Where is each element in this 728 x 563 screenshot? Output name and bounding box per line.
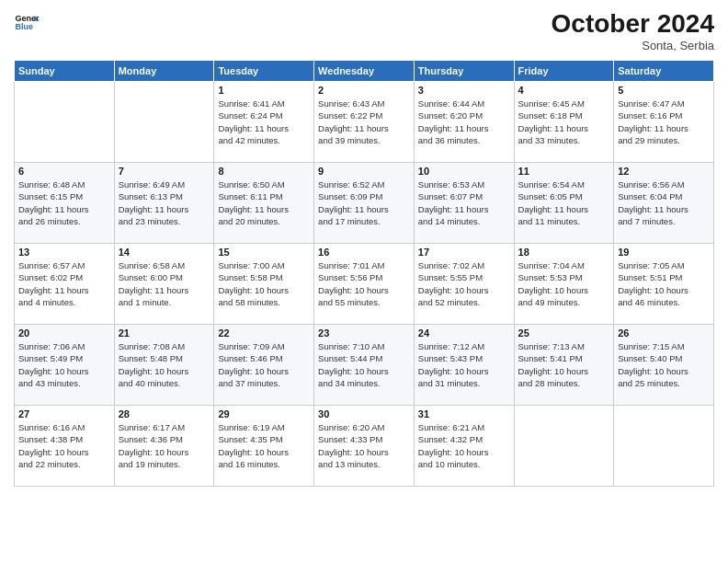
calendar-day-cell: 18Sunrise: 7:04 AMSunset: 5:53 PMDayligh… xyxy=(514,244,614,325)
calendar-day-cell: 21Sunrise: 7:08 AMSunset: 5:48 PMDayligh… xyxy=(114,325,214,406)
day-info: Sunrise: 7:09 AMSunset: 5:46 PMDaylight:… xyxy=(218,340,310,389)
calendar-day-cell: 12Sunrise: 6:56 AMSunset: 6:04 PMDayligh… xyxy=(614,163,714,244)
day-info: Sunrise: 6:16 AMSunset: 4:38 PMDaylight:… xyxy=(18,421,110,470)
calendar-day-cell: 24Sunrise: 7:12 AMSunset: 5:43 PMDayligh… xyxy=(414,325,514,406)
day-of-week-header: Friday xyxy=(514,61,614,82)
day-info: Sunrise: 7:06 AMSunset: 5:49 PMDaylight:… xyxy=(18,340,110,389)
day-info: Sunrise: 6:20 AMSunset: 4:33 PMDaylight:… xyxy=(318,421,410,470)
day-number: 27 xyxy=(18,408,110,419)
day-info: Sunrise: 6:48 AMSunset: 6:15 PMDaylight:… xyxy=(18,178,110,227)
calendar-day-cell: 22Sunrise: 7:09 AMSunset: 5:46 PMDayligh… xyxy=(214,325,314,406)
calendar-day-cell: 17Sunrise: 7:02 AMSunset: 5:55 PMDayligh… xyxy=(414,244,514,325)
day-number: 2 xyxy=(318,85,410,96)
day-number: 3 xyxy=(418,85,510,96)
day-of-week-header: Monday xyxy=(114,61,214,82)
logo: General Blue xyxy=(14,9,40,35)
day-info: Sunrise: 6:57 AMSunset: 6:02 PMDaylight:… xyxy=(18,259,110,308)
day-info: Sunrise: 6:49 AMSunset: 6:13 PMDaylight:… xyxy=(119,178,210,227)
day-number: 1 xyxy=(218,85,310,96)
day-number: 15 xyxy=(218,247,310,258)
calendar-day-cell: 4Sunrise: 6:45 AMSunset: 6:18 PMDaylight… xyxy=(514,82,614,163)
calendar-day-cell: 31Sunrise: 6:21 AMSunset: 4:32 PMDayligh… xyxy=(414,406,514,487)
day-number: 24 xyxy=(418,327,510,339)
calendar-day-cell: 29Sunrise: 6:19 AMSunset: 4:35 PMDayligh… xyxy=(214,406,314,487)
calendar-day-cell: 6Sunrise: 6:48 AMSunset: 6:15 PMDaylight… xyxy=(15,163,115,244)
day-number: 31 xyxy=(418,408,510,419)
calendar-day-cell: 1Sunrise: 6:41 AMSunset: 6:24 PMDaylight… xyxy=(214,82,314,163)
day-info: Sunrise: 6:45 AMSunset: 6:18 PMDaylight:… xyxy=(518,98,610,146)
calendar-day-cell: 26Sunrise: 7:15 AMSunset: 5:40 PMDayligh… xyxy=(614,325,714,406)
month-title: October 2024 xyxy=(552,9,714,39)
day-info: Sunrise: 6:53 AMSunset: 6:07 PMDaylight:… xyxy=(418,178,510,227)
day-number: 5 xyxy=(618,85,710,96)
day-info: Sunrise: 6:56 AMSunset: 6:04 PMDaylight:… xyxy=(618,178,710,227)
header: General Blue October 2024 Sonta, Serbia xyxy=(14,9,714,52)
day-info: Sunrise: 7:12 AMSunset: 5:43 PMDaylight:… xyxy=(418,340,510,389)
logo-icon: General Blue xyxy=(14,9,40,35)
day-number: 29 xyxy=(218,408,310,419)
day-number: 22 xyxy=(218,327,310,339)
title-area: October 2024 Sonta, Serbia xyxy=(552,9,714,52)
calendar-day-cell: 2Sunrise: 6:43 AMSunset: 6:22 PMDaylight… xyxy=(314,82,415,163)
day-info: Sunrise: 6:21 AMSunset: 4:32 PMDaylight:… xyxy=(418,421,510,470)
calendar-header-row: SundayMondayTuesdayWednesdayThursdayFrid… xyxy=(15,61,714,82)
day-number: 30 xyxy=(318,408,410,419)
day-number: 21 xyxy=(119,327,210,339)
day-info: Sunrise: 6:41 AMSunset: 6:24 PMDaylight:… xyxy=(218,98,310,146)
day-number: 8 xyxy=(218,166,310,177)
day-info: Sunrise: 7:13 AMSunset: 5:41 PMDaylight:… xyxy=(518,340,610,389)
calendar-day-cell: 7Sunrise: 6:49 AMSunset: 6:13 PMDaylight… xyxy=(114,163,214,244)
calendar-week-row: 13Sunrise: 6:57 AMSunset: 6:02 PMDayligh… xyxy=(15,244,714,325)
day-number: 20 xyxy=(18,327,110,339)
calendar-day-cell: 25Sunrise: 7:13 AMSunset: 5:41 PMDayligh… xyxy=(514,325,614,406)
day-number: 17 xyxy=(418,247,510,258)
day-number: 7 xyxy=(119,166,210,177)
day-info: Sunrise: 7:05 AMSunset: 5:51 PMDaylight:… xyxy=(618,259,710,308)
day-number: 14 xyxy=(119,247,210,258)
day-info: Sunrise: 7:01 AMSunset: 5:56 PMDaylight:… xyxy=(318,259,410,308)
calendar-day-cell: 16Sunrise: 7:01 AMSunset: 5:56 PMDayligh… xyxy=(314,244,415,325)
day-number: 6 xyxy=(18,166,110,177)
day-number: 10 xyxy=(418,166,510,177)
day-of-week-header: Wednesday xyxy=(314,61,415,82)
calendar-table: SundayMondayTuesdayWednesdayThursdayFrid… xyxy=(14,60,714,487)
calendar-day-cell: 13Sunrise: 6:57 AMSunset: 6:02 PMDayligh… xyxy=(15,244,115,325)
calendar-day-cell: 23Sunrise: 7:10 AMSunset: 5:44 PMDayligh… xyxy=(314,325,415,406)
day-info: Sunrise: 7:02 AMSunset: 5:55 PMDaylight:… xyxy=(418,259,510,308)
calendar-day-cell: 5Sunrise: 6:47 AMSunset: 6:16 PMDaylight… xyxy=(614,82,714,163)
calendar-day-cell: 9Sunrise: 6:52 AMSunset: 6:09 PMDaylight… xyxy=(314,163,415,244)
day-number: 28 xyxy=(119,408,210,419)
calendar-day-cell xyxy=(614,406,714,487)
day-number: 23 xyxy=(318,327,410,339)
calendar-day-cell: 3Sunrise: 6:44 AMSunset: 6:20 PMDaylight… xyxy=(414,82,514,163)
calendar-day-cell: 14Sunrise: 6:58 AMSunset: 6:00 PMDayligh… xyxy=(114,244,214,325)
calendar-day-cell: 30Sunrise: 6:20 AMSunset: 4:33 PMDayligh… xyxy=(314,406,415,487)
day-info: Sunrise: 7:15 AMSunset: 5:40 PMDaylight:… xyxy=(618,340,710,389)
day-info: Sunrise: 7:10 AMSunset: 5:44 PMDaylight:… xyxy=(318,340,410,389)
calendar-day-cell: 10Sunrise: 6:53 AMSunset: 6:07 PMDayligh… xyxy=(414,163,514,244)
day-number: 16 xyxy=(318,247,410,258)
day-number: 19 xyxy=(618,247,710,258)
day-info: Sunrise: 6:52 AMSunset: 6:09 PMDaylight:… xyxy=(318,178,410,227)
calendar-page: General Blue October 2024 Sonta, Serbia … xyxy=(0,0,728,563)
day-of-week-header: Saturday xyxy=(614,61,714,82)
day-info: Sunrise: 6:19 AMSunset: 4:35 PMDaylight:… xyxy=(218,421,310,470)
calendar-day-cell: 19Sunrise: 7:05 AMSunset: 5:51 PMDayligh… xyxy=(614,244,714,325)
calendar-week-row: 6Sunrise: 6:48 AMSunset: 6:15 PMDaylight… xyxy=(15,163,714,244)
calendar-week-row: 20Sunrise: 7:06 AMSunset: 5:49 PMDayligh… xyxy=(15,325,714,406)
day-of-week-header: Thursday xyxy=(414,61,514,82)
day-info: Sunrise: 7:08 AMSunset: 5:48 PMDaylight:… xyxy=(119,340,210,389)
day-info: Sunrise: 6:47 AMSunset: 6:16 PMDaylight:… xyxy=(618,98,710,146)
day-number: 9 xyxy=(318,166,410,177)
calendar-day-cell: 27Sunrise: 6:16 AMSunset: 4:38 PMDayligh… xyxy=(15,406,115,487)
calendar-day-cell xyxy=(514,406,614,487)
day-number: 13 xyxy=(18,247,110,258)
svg-text:Blue: Blue xyxy=(15,22,33,31)
day-of-week-header: Sunday xyxy=(15,61,115,82)
day-info: Sunrise: 6:43 AMSunset: 6:22 PMDaylight:… xyxy=(318,98,410,146)
calendar-day-cell: 8Sunrise: 6:50 AMSunset: 6:11 PMDaylight… xyxy=(214,163,314,244)
day-info: Sunrise: 6:50 AMSunset: 6:11 PMDaylight:… xyxy=(218,178,310,227)
day-number: 12 xyxy=(618,166,710,177)
calendar-week-row: 1Sunrise: 6:41 AMSunset: 6:24 PMDaylight… xyxy=(15,82,714,163)
day-info: Sunrise: 6:44 AMSunset: 6:20 PMDaylight:… xyxy=(418,98,510,146)
